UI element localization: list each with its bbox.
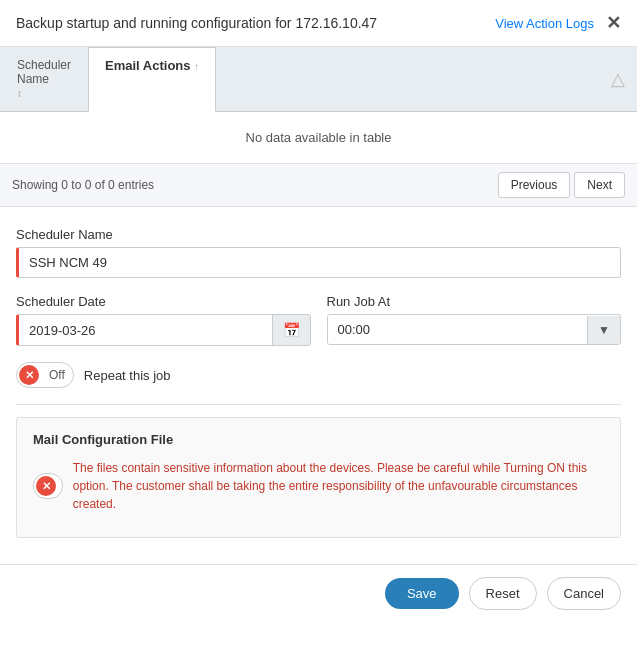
save-button[interactable]: Save [385, 578, 459, 609]
view-action-logs-link[interactable]: View Action Logs [495, 16, 594, 31]
repeat-toggle[interactable]: ✕ Off [16, 362, 74, 388]
scheduler-name-label: Scheduler Name [16, 227, 621, 242]
mail-toggle-x-icon: ✕ [36, 476, 56, 496]
showing-entries: Showing 0 to 0 of 0 entries [12, 178, 154, 192]
mail-toggle-row: ✕ Off The files contain sensitive inform… [33, 459, 604, 513]
toggle-off-label: Off [41, 365, 73, 385]
collapse-icon[interactable]: △ [611, 68, 625, 90]
previous-button[interactable]: Previous [498, 172, 571, 198]
form-area: Scheduler Name Scheduler Date 📅 Run Job … [0, 207, 637, 564]
date-input-wrapper: 📅 [16, 314, 311, 346]
scheduler-date-group: Scheduler Date 📅 [16, 294, 311, 346]
tab-scheduler-name[interactable]: Scheduler Name ↕ [0, 47, 88, 111]
toggle-x-icon: ✕ [19, 365, 39, 385]
no-data-message: No data available in table [0, 112, 637, 164]
date-time-row: Scheduler Date 📅 Run Job At 00:00 01:00 … [16, 294, 621, 346]
scheduler-date-input[interactable] [19, 316, 272, 345]
scheduler-name-input[interactable] [16, 247, 621, 278]
run-job-select-wrapper: 00:00 01:00 02:00 03:00 ▼ [327, 314, 622, 345]
scheduler-date-label: Scheduler Date [16, 294, 311, 309]
header: Backup startup and running configuration… [0, 0, 637, 47]
chevron-down-icon: ▼ [587, 316, 620, 344]
run-job-at-group: Run Job At 00:00 01:00 02:00 03:00 ▼ [327, 294, 622, 346]
repeat-job-label: Repeat this job [84, 368, 171, 383]
table-area: No data available in table Showing 0 to … [0, 112, 637, 207]
mail-config-title: Mail Configuration File [33, 432, 604, 447]
scheduler-name-group: Scheduler Name [16, 227, 621, 278]
cancel-button[interactable]: Cancel [547, 577, 621, 610]
mail-warning-text: The files contain sensitive information … [73, 459, 604, 513]
header-actions: View Action Logs ✕ [495, 12, 621, 34]
pagination: Previous Next [498, 172, 625, 198]
repeat-row: ✕ Off Repeat this job [16, 362, 621, 388]
mail-toggle[interactable]: ✕ Off [33, 473, 63, 499]
footer: Save Reset Cancel [0, 564, 637, 622]
tabs-bar: Scheduler Name ↕ Email Actions ↑ △ [0, 47, 637, 112]
next-button[interactable]: Next [574, 172, 625, 198]
section-divider [16, 404, 621, 405]
close-icon[interactable]: ✕ [606, 12, 621, 34]
calendar-icon[interactable]: 📅 [272, 315, 310, 345]
run-job-at-label: Run Job At [327, 294, 622, 309]
mail-toggle-off-label: Off [58, 476, 63, 496]
tab-email-actions[interactable]: Email Actions ↑ [88, 47, 216, 112]
mail-config-section: Mail Configuration File ✕ Off The files … [16, 417, 621, 538]
run-job-at-select[interactable]: 00:00 01:00 02:00 03:00 [328, 315, 588, 344]
table-footer: Showing 0 to 0 of 0 entries Previous Nex… [0, 164, 637, 207]
page-title: Backup startup and running configuration… [16, 15, 377, 31]
reset-button[interactable]: Reset [469, 577, 537, 610]
